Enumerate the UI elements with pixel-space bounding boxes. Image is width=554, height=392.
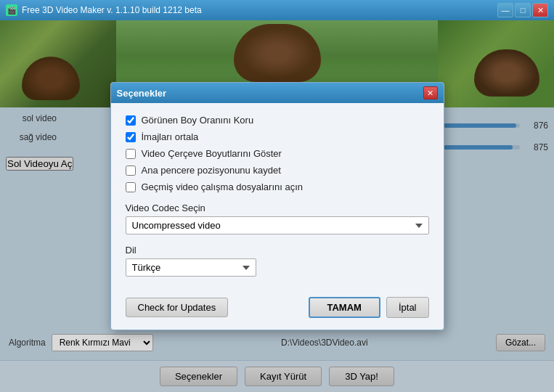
app-title: Free 3D Video Maker v. 1.1.10 build 1212…	[22, 5, 202, 15]
maximize-button[interactable]: □	[515, 3, 531, 17]
ok-button[interactable]: TAMAM	[309, 297, 380, 318]
close-button[interactable]: ✕	[532, 3, 548, 17]
dialog-action-buttons: TAMAM İptal	[309, 297, 429, 318]
dialog-close-button[interactable]: ✕	[423, 86, 438, 99]
codec-section: Video Codec Seçin Uncompressed video H.2…	[126, 203, 429, 234]
dialog-title: Seçenekler	[117, 88, 167, 99]
checkbox-label-1: Görünen Boy Oranını Koru	[142, 115, 254, 126]
language-label: Dil	[126, 245, 429, 256]
app-body: GEZGINLER sol video sağ video Sol Videoy…	[0, 20, 554, 392]
checkbox-label-5: Geçmiş video çalışma dosyalarını açın	[142, 181, 304, 192]
checkbox-row-3: Video Çerçeve Boyutlarını Göster	[126, 148, 429, 159]
app-icon: 🎬	[6, 4, 17, 16]
checkbox-frame-size[interactable]	[126, 149, 136, 159]
checkbox-center-images[interactable]	[126, 132, 136, 142]
checkbox-label-4: Ana pencere pozisyonunu kaydet	[142, 165, 281, 176]
checkbox-row-1: Görünen Boy Oranını Koru	[126, 115, 429, 126]
dialog-title-bar: Seçenekler ✕	[111, 83, 444, 103]
check-updates-button[interactable]: Check for Updates	[126, 298, 229, 317]
checkbox-row-5: Geçmiş video çalışma dosyalarını açın	[126, 181, 429, 192]
modal-overlay: Seçenekler ✕ Görünen Boy Oranını Koru İm…	[0, 20, 554, 392]
language-select[interactable]: Türkçe English Deutsch Français	[126, 258, 256, 277]
dialog-body: Görünen Boy Oranını Koru İmajları ortala…	[111, 103, 444, 288]
dialog-footer: Check for Updates TAMAM İptal	[111, 288, 444, 330]
codec-select[interactable]: Uncompressed video H.264 MPEG-4 Xvid	[126, 216, 429, 234]
cancel-button[interactable]: İptal	[386, 297, 429, 318]
checkbox-open-history[interactable]	[126, 182, 136, 192]
checkbox-save-position[interactable]	[126, 166, 136, 176]
window-controls: — □ ✕	[497, 3, 548, 17]
checkbox-row-4: Ana pencere pozisyonunu kaydet	[126, 165, 429, 176]
checkbox-label-2: İmajları ortala	[142, 131, 199, 142]
codec-label: Video Codec Seçin	[126, 203, 429, 213]
minimize-button[interactable]: —	[497, 3, 513, 17]
language-section: Dil Türkçe English Deutsch Français	[126, 245, 429, 277]
options-dialog: Seçenekler ✕ Görünen Boy Oranını Koru İm…	[110, 82, 444, 330]
title-bar: 🎬 Free 3D Video Maker v. 1.1.10 build 12…	[0, 0, 554, 20]
title-bar-left: 🎬 Free 3D Video Maker v. 1.1.10 build 12…	[6, 4, 202, 16]
checkbox-row-2: İmajları ortala	[126, 131, 429, 142]
checkbox-aspect-ratio[interactable]	[126, 115, 136, 126]
checkbox-label-3: Video Çerçeve Boyutlarını Göster	[142, 148, 282, 159]
